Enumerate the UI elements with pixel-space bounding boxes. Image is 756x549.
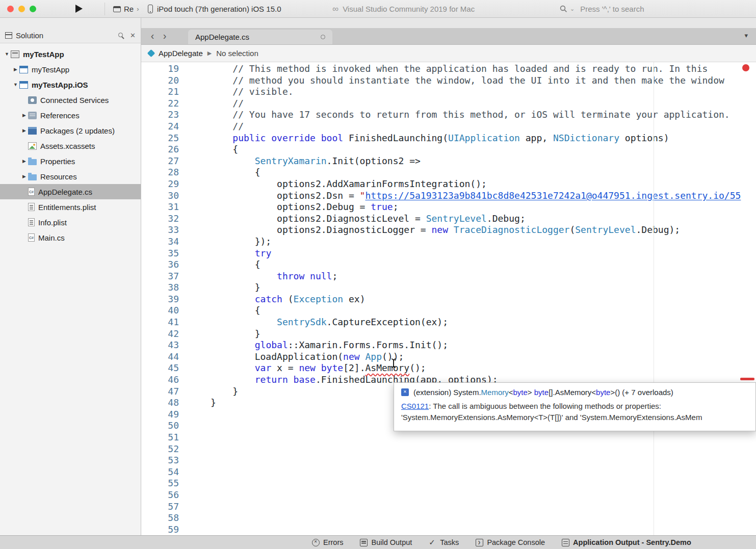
line-number[interactable]: 38 xyxy=(141,282,179,294)
line-number[interactable]: 45 xyxy=(141,362,179,374)
code-line-36[interactable]: 36 { xyxy=(141,259,756,271)
line-number[interactable]: 27 xyxy=(141,155,179,167)
disclosure-right-icon[interactable]: ▶ xyxy=(20,174,28,179)
line-number[interactable]: 48 xyxy=(141,397,179,409)
code-line-32[interactable]: 32 options2.DiagnosticLevel = SentryLeve… xyxy=(141,213,756,225)
code-line-34[interactable]: 34 }); xyxy=(141,236,756,248)
disclosure-right-icon[interactable]: ▶ xyxy=(12,67,19,72)
code-line-28[interactable]: 28 { xyxy=(141,167,756,178)
line-number[interactable]: 37 xyxy=(141,271,179,282)
tree-item-appdelegate-cs[interactable]: AppDelegate.cs xyxy=(0,184,141,199)
breadcrumb-selection[interactable]: No selection xyxy=(216,49,258,58)
line-number[interactable]: 30 xyxy=(141,190,179,202)
line-number[interactable]: 42 xyxy=(141,328,179,340)
disclosure-right-icon[interactable]: ▶ xyxy=(20,113,28,118)
code-line-52[interactable]: 52 xyxy=(141,443,756,455)
code-line-33[interactable]: 33 options2.DiagnosticLogger = new Trace… xyxy=(141,224,756,236)
code-line-21[interactable]: 21 // visible. xyxy=(141,86,756,98)
tree-item-mytestapp-ios[interactable]: ▼myTestApp.iOS xyxy=(0,77,141,92)
tree-item-entitlements-plist[interactable]: Entitlements.plist xyxy=(0,199,141,215)
code-line-22[interactable]: 22 // xyxy=(141,98,756,110)
code-line-24[interactable]: 24 // xyxy=(141,121,756,133)
line-number[interactable]: 25 xyxy=(141,133,179,144)
line-number[interactable]: 40 xyxy=(141,305,179,317)
line-number[interactable]: 54 xyxy=(141,466,179,478)
line-number[interactable]: 23 xyxy=(141,109,179,121)
status-item-package-console[interactable]: Package Console xyxy=(476,538,545,546)
tab-list-dropdown-icon[interactable] xyxy=(744,32,748,39)
code-line-53[interactable]: 53 xyxy=(141,455,756,466)
line-number[interactable]: 22 xyxy=(141,98,179,110)
error-code-link[interactable]: CS0121 xyxy=(401,402,429,410)
code-line-59[interactable]: 59 xyxy=(141,524,756,535)
code-line-20[interactable]: 20 // method you should instantiate the … xyxy=(141,75,756,87)
line-number[interactable]: 19 xyxy=(141,63,179,75)
code-line-43[interactable]: 43 global::Xamarin.Forms.Forms.Init(); xyxy=(141,339,756,351)
tree-item-info-plist[interactable]: Info.plist xyxy=(0,215,141,230)
code-line-42[interactable]: 42 } xyxy=(141,328,756,340)
code-editor[interactable]: 19 // This method is invoked when the ap… xyxy=(141,62,756,535)
line-number[interactable]: 43 xyxy=(141,339,179,351)
tree-item-main-cs[interactable]: Main.cs xyxy=(0,230,141,245)
code-line-30[interactable]: 30 options2.Dsn = "https://5a193123a9b84… xyxy=(141,190,756,202)
tree-item-references[interactable]: ▶References xyxy=(0,108,141,123)
minimize-window-icon[interactable] xyxy=(18,6,25,12)
tree-item-mytestapp[interactable]: ▼myTestApp xyxy=(0,46,141,62)
line-number[interactable]: 46 xyxy=(141,374,179,386)
code-line-44[interactable]: 44 LoadApplication(new App()); xyxy=(141,351,756,363)
code-line-23[interactable]: 23 // You have 17 seconds to return from… xyxy=(141,109,756,121)
close-pad-icon[interactable] xyxy=(130,32,136,39)
line-number[interactable]: 35 xyxy=(141,248,179,259)
code-line-40[interactable]: 40 { xyxy=(141,305,756,317)
tree-item-mytestapp[interactable]: ▶myTestApp xyxy=(0,62,141,77)
line-number[interactable]: 32 xyxy=(141,213,179,225)
code-line-31[interactable]: 31 options2.Debug = true; xyxy=(141,201,756,213)
tree-item-packages-2-updates-[interactable]: ▶Packages (2 updates) xyxy=(0,123,141,138)
code-line-38[interactable]: 38 } xyxy=(141,282,756,294)
pin-pad-icon[interactable] xyxy=(118,33,124,38)
line-number[interactable]: 36 xyxy=(141,259,179,271)
code-line-29[interactable]: 29 options2.AddXamarinFormsIntegration()… xyxy=(141,178,756,190)
tab-appdelegate[interactable]: AppDelegate.cs xyxy=(188,30,332,44)
line-number[interactable]: 55 xyxy=(141,478,179,489)
run-button[interactable] xyxy=(75,5,83,13)
line-number[interactable]: 29 xyxy=(141,178,179,190)
code-line-35[interactable]: 35 try xyxy=(141,248,756,259)
line-number[interactable]: 57 xyxy=(141,501,179,513)
line-number[interactable]: 53 xyxy=(141,455,179,466)
disclosure-down-icon[interactable]: ▼ xyxy=(3,51,11,57)
code-line-27[interactable]: 27 SentryXamarin.Init(options2 => xyxy=(141,155,756,167)
line-number[interactable]: 24 xyxy=(141,121,179,133)
line-number[interactable]: 56 xyxy=(141,489,179,501)
tree-item-properties[interactable]: ▶Properties xyxy=(0,153,141,169)
line-number[interactable]: 59 xyxy=(141,524,179,535)
tree-item-resources[interactable]: ▶Resources xyxy=(0,169,141,184)
code-line-26[interactable]: 26 { xyxy=(141,144,756,155)
line-number[interactable]: 21 xyxy=(141,86,179,98)
breadcrumb-class[interactable]: AppDelegate xyxy=(159,49,203,58)
zoom-window-icon[interactable] xyxy=(30,6,36,12)
status-item-errors[interactable]: Errors xyxy=(312,538,343,546)
line-number[interactable]: 50 xyxy=(141,420,179,432)
code-line-41[interactable]: 41 SentrySdk.CaptureException(ex); xyxy=(141,317,756,328)
disclosure-down-icon[interactable]: ▼ xyxy=(12,82,19,87)
code-line-39[interactable]: 39 catch (Exception ex) xyxy=(141,294,756,305)
line-number[interactable]: 20 xyxy=(141,75,179,87)
line-number[interactable]: 51 xyxy=(141,432,179,443)
navigate-forward-icon[interactable] xyxy=(159,28,171,44)
code-line-54[interactable]: 54 xyxy=(141,466,756,478)
status-item-app-output[interactable]: Application Output - Sentry.Demo xyxy=(562,538,691,546)
code-line-51[interactable]: 51 xyxy=(141,432,756,443)
line-number[interactable]: 41 xyxy=(141,317,179,328)
line-number[interactable]: 33 xyxy=(141,224,179,236)
navigate-back-icon[interactable] xyxy=(146,28,159,44)
line-number[interactable]: 34 xyxy=(141,236,179,248)
code-line-37[interactable]: 37 throw null; xyxy=(141,271,756,282)
line-number[interactable]: 52 xyxy=(141,443,179,455)
line-number[interactable]: 31 xyxy=(141,201,179,213)
disclosure-right-icon[interactable]: ▶ xyxy=(20,159,28,164)
line-number[interactable]: 26 xyxy=(141,144,179,155)
status-item-tasks[interactable]: Tasks xyxy=(429,538,459,546)
line-number[interactable]: 49 xyxy=(141,409,179,421)
code-line-58[interactable]: 58 xyxy=(141,512,756,524)
